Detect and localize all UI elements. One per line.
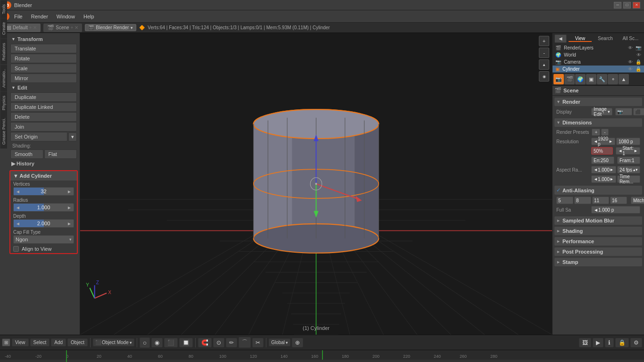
rp-tab-all[interactable]: All Sc... [619, 36, 642, 42]
cap-fill-select[interactable]: Ngon ▾ [13, 235, 74, 244]
tab-grease[interactable]: Grease Penci. [0, 114, 7, 148]
display-btn2[interactable]: ⬛ [633, 108, 644, 115]
radius-increase[interactable]: ► [65, 205, 74, 210]
rp-tab-search[interactable]: Search [594, 36, 617, 42]
camera-restrict[interactable]: 🔒 [636, 59, 641, 65]
outliner-world[interactable]: 🌍 World 👁 [553, 51, 644, 58]
prop-tab-data[interactable]: ▲ [619, 74, 629, 84]
aa-header[interactable]: ✓ Anti-Aliasing [554, 186, 642, 195]
transform-header[interactable]: ▼ Transform [8, 35, 79, 43]
game-icon[interactable]: ▶ [593, 338, 603, 347]
prop-tab-render[interactable]: 📷 [553, 74, 564, 84]
prop-tab-scene[interactable]: 🎬 [564, 74, 575, 84]
maximize-button[interactable]: □ [623, 2, 631, 8]
prop-tab-world[interactable]: 🌍 [575, 74, 586, 84]
depth-increase[interactable]: ► [65, 221, 74, 226]
performance-header[interactable]: ► Performance [554, 237, 642, 246]
radius-decrease[interactable]: ◄ [14, 205, 22, 210]
object-menu[interactable]: Object [67, 338, 88, 346]
tab-animation[interactable]: Animatio.. [0, 65, 7, 91]
delete-button[interactable]: Delete [10, 112, 77, 122]
fps-field[interactable]: 24 fps ▴▾ [617, 166, 640, 173]
full-sa-field[interactable]: ◄1.000 p [591, 206, 640, 214]
view-persp-icon[interactable]: ◉ [539, 71, 549, 82]
vertices-decrease[interactable]: ◄ [14, 189, 22, 194]
smooth-button[interactable]: Smooth [10, 149, 43, 159]
viewport-3d[interactable]: User Persp [80, 33, 552, 335]
duplicate-linked-button[interactable]: Duplicate Linked [10, 102, 77, 112]
set-origin-button[interactable]: Set Origin [10, 132, 67, 141]
display-btn1[interactable]: 📷 [615, 108, 632, 115]
renderlayers-eye[interactable]: 👁 [628, 45, 633, 50]
prop-tab-modifier[interactable]: 🔧 [597, 74, 607, 84]
viewport-shading1[interactable]: ○ [140, 337, 150, 348]
vertices-increase[interactable]: ► [65, 189, 74, 194]
smb-header[interactable]: ► Sampled Motion Blur [554, 216, 642, 225]
align-checkbox[interactable] [13, 246, 19, 252]
outliner-renderlayers[interactable]: 🎬 RenderLayers 👁 📷 [553, 44, 644, 51]
presets-add[interactable]: + [592, 129, 600, 136]
scale-button[interactable]: Scale [10, 64, 77, 73]
close-button[interactable]: ✕ [633, 2, 640, 8]
prop-tab-object[interactable]: ▣ [586, 74, 596, 84]
res-pct-field[interactable]: 50% [591, 147, 613, 155]
view-menu[interactable]: View [12, 338, 29, 346]
frame-start-field[interactable]: ◄Start: 1► [616, 147, 640, 155]
menu-window[interactable]: Window [53, 13, 79, 20]
presets-remove[interactable]: - [601, 129, 608, 136]
set-origin-menu[interactable]: ▾ [68, 132, 77, 141]
tab-physics[interactable]: Physics [0, 91, 7, 114]
timeline-playhead[interactable] [322, 350, 323, 360]
frame-current-field[interactable]: Fram:1 [617, 156, 640, 164]
add-cylinder-header[interactable]: ▼ Add Cylinder [10, 171, 77, 181]
transform-icon[interactable]: ⊕ [292, 338, 303, 347]
outliner-cylinder[interactable]: ▣ Cylinder 👁 🔒 [553, 66, 644, 73]
res-x-field[interactable]: ◄ 1920 p ► [591, 138, 615, 145]
depth-slider[interactable]: ◄ 2.000 ► [13, 219, 74, 228]
viewport-shading2[interactable]: ◉ [151, 338, 163, 347]
edit-header[interactable]: ▼ Edit [8, 83, 79, 92]
path-icon[interactable]: ⌒ [239, 337, 251, 348]
knife-icon[interactable]: ✂ [252, 338, 264, 347]
aa-8[interactable]: 8 [574, 197, 591, 204]
outliner-camera[interactable]: 📷 Camera 👁 🔒 [553, 58, 644, 66]
toolbar-icon[interactable]: ⊞ [2, 338, 10, 346]
world-eye[interactable]: 👁 [636, 52, 641, 58]
duplicate-button[interactable]: Duplicate [10, 92, 77, 102]
dimensions-header[interactable]: ▼ Dimensions [554, 118, 642, 127]
tab-create[interactable]: Create [0, 33, 7, 39]
timeline-content[interactable] [0, 360, 644, 362]
info-icon2[interactable]: ℹ [605, 338, 614, 347]
rotate-button[interactable]: Rotate [10, 54, 77, 63]
aa-filter[interactable]: Mitchell-... ▴▾ [631, 197, 644, 204]
tab-relations[interactable]: Relations [0, 39, 7, 65]
snap-icon[interactable]: 🧲 [198, 338, 212, 347]
flat-button[interactable]: Flat [44, 149, 77, 159]
aspect-y-field[interactable]: ◄1.000► [591, 175, 616, 183]
minimize-button[interactable]: ─ [614, 2, 621, 8]
post-processing-header[interactable]: ► Post Processing [554, 247, 642, 256]
zoom-in-icon[interactable]: + [539, 36, 549, 46]
rp-tab-view[interactable]: View [569, 36, 592, 42]
workspace-layout-icon[interactable]: ⊞ Default + ✕ [3, 24, 41, 32]
translate-button[interactable]: Translate [10, 44, 77, 53]
workspace-scene[interactable]: 🎬 Scene + ✕ [43, 24, 82, 32]
zoom-out-icon[interactable]: - [539, 48, 549, 58]
proportional-edit[interactable]: ⊙ [213, 338, 224, 347]
image-edit-field[interactable]: Image Edit ' ▾ [591, 108, 612, 115]
history-header[interactable]: ▶ History [8, 159, 79, 168]
aspect-x-field[interactable]: ◄1.000► [591, 166, 616, 173]
aa-11[interactable]: 11 [592, 197, 609, 204]
res-y-field[interactable]: 1080 p [616, 138, 640, 145]
renderlayers-cam[interactable]: 📷 [636, 45, 641, 50]
sculpt-icon[interactable]: ✏ [226, 338, 237, 347]
settings-icon[interactable]: ⚙ [630, 338, 642, 347]
prop-tab-material[interactable]: ⚬ [608, 74, 618, 84]
radius-slider[interactable]: ◄ 1.000 ► [13, 203, 74, 212]
aa-5[interactable]: 5 [556, 197, 573, 204]
object-mode-select[interactable]: ⬛ Object Mode ▾ [93, 338, 134, 346]
depth-decrease[interactable]: ◄ [14, 221, 22, 226]
cylinder-eye[interactable]: 👁 [628, 66, 633, 72]
render-section-header[interactable]: ▼ Render [554, 98, 642, 106]
rp-expand-btn[interactable]: ◄ [554, 34, 567, 43]
